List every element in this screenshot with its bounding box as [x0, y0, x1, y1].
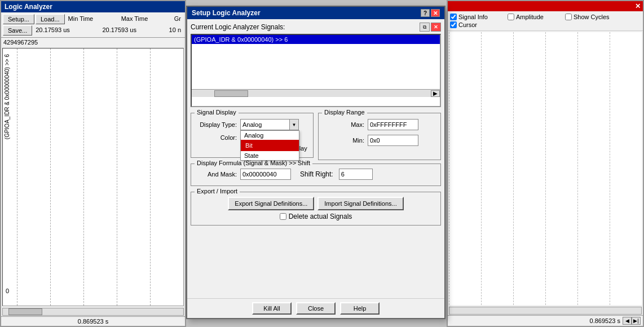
show-cycles-label: Show Cycles: [574, 14, 610, 20]
grid-value: 10 n: [167, 25, 183, 36]
display-type-select-wrapper: Analog ▼: [240, 119, 299, 130]
right-signal-area: [449, 32, 642, 305]
kill-all-button[interactable]: Kill All: [252, 302, 292, 315]
import-signal-definitions-button[interactable]: Import Signal Definitions...: [317, 197, 403, 210]
max-input[interactable]: [368, 119, 418, 130]
dialog-close-button[interactable]: ✕: [431, 9, 440, 17]
save-button[interactable]: Save...: [3, 25, 32, 36]
display-type-row: Display Type: Analog ▼ Analog Bit State: [195, 119, 310, 130]
scroll-right-arrow[interactable]: ▶: [431, 90, 440, 97]
dialog-action-buttons: Kill All Close Help: [187, 298, 444, 318]
min-label: Min:: [322, 137, 364, 144]
amplitude-checkbox[interactable]: [508, 14, 514, 20]
logic-analyzer-panel: Logic Analyzer Setup... Load... Min Time…: [0, 0, 186, 327]
max-label: Max:: [322, 121, 364, 128]
right-panel-close-button[interactable]: ✕: [635, 2, 641, 10]
color-label: Color:: [195, 134, 237, 141]
max-time-value: 20.17593 us: [100, 25, 165, 36]
left-panel-title: Logic Analyzer: [5, 3, 52, 11]
right-dashed-3: [513, 32, 545, 305]
right-dashed-5: [577, 32, 610, 305]
option-bit[interactable]: Bit: [241, 140, 299, 151]
signal-info-checkbox-item: Signal Info: [450, 14, 506, 20]
signal-id-row: 4294967295: [1, 38, 185, 47]
signals-close-icon[interactable]: ✕: [431, 23, 441, 32]
load-button[interactable]: Load...: [36, 14, 65, 24]
right-nav-buttons: ◀ ▶|: [623, 317, 641, 325]
option-analog[interactable]: Analog: [241, 131, 299, 140]
option-state[interactable]: State: [241, 151, 299, 160]
display-range-group: Display Range Max: Min:: [318, 113, 441, 160]
display-type-label: Display Type:: [195, 121, 237, 128]
left-signal-area: (GPIOA_IDR & 0x00000040) >> 6 0: [2, 48, 184, 306]
amplitude-checkbox-item: Amplitude: [508, 14, 564, 20]
dialog-minimize-button[interactable]: ?: [421, 9, 430, 17]
nav-prev-button[interactable]: ◀: [623, 317, 632, 325]
signals-listbox[interactable]: (GPIOA_IDR & 0x00000040) >> 6 ▶: [191, 34, 441, 107]
and-mask-label: And Mask:: [195, 171, 237, 178]
dialog-title-bar: Setup Logic Analyzer ? ✕: [187, 7, 444, 19]
show-cycles-checkbox[interactable]: [565, 14, 572, 20]
max-time-label: Max Time: [119, 14, 171, 24]
signal-info-checkbox[interactable]: [450, 14, 457, 20]
grid-label: Gr: [172, 14, 183, 24]
display-type-arrow[interactable]: ▼: [290, 119, 299, 130]
signals-list-icons: ⧉ ✕: [420, 23, 441, 32]
min-input[interactable]: [368, 135, 418, 146]
dashed-line-4: [117, 48, 150, 306]
help-button[interactable]: Help: [340, 302, 380, 315]
close-dialog-button[interactable]: Close: [296, 302, 336, 315]
dashed-line-5: [150, 48, 183, 306]
listbox-scrollbar[interactable]: ▶: [192, 89, 440, 97]
signals-copy-icon[interactable]: ⧉: [420, 23, 430, 32]
setup-button[interactable]: Setup...: [3, 14, 34, 24]
current-signals-label: Current Logic Analyzer Signals:: [191, 23, 285, 31]
dashed-line-3: [83, 48, 117, 306]
right-scrollbar[interactable]: [449, 307, 642, 315]
signal-display-range-row: Signal Display Display Type: Analog ▼ An…: [191, 111, 441, 158]
dialog-content: Current Logic Analyzer Signals: ⧉ ✕ (GPI…: [187, 19, 444, 298]
signal-id-value: 4294967295: [3, 39, 38, 46]
cursor-checkbox[interactable]: [450, 21, 457, 28]
delete-signals-checkbox[interactable]: [280, 213, 286, 220]
export-import-group: Export / Import Export Signal Definition…: [191, 192, 441, 226]
right-dashed-4: [545, 32, 577, 305]
signal-display-group: Signal Display Display Type: Analog ▼ An…: [191, 113, 314, 158]
export-signal-definitions-button[interactable]: Export Signal Definitions...: [228, 197, 314, 210]
display-type-select[interactable]: Analog: [240, 119, 290, 130]
formula-row: And Mask: Shift Right:: [195, 169, 437, 180]
signal-info-label: Signal Info: [458, 14, 488, 20]
left-panel-title-bar: Logic Analyzer: [1, 1, 185, 12]
dashed-line-1: [17, 48, 50, 306]
max-row: Max:: [322, 119, 437, 130]
left-time-bar: 0.869523 s: [1, 316, 185, 326]
display-type-popup: Analog Bit State: [240, 130, 299, 161]
and-mask-input[interactable]: [240, 169, 291, 180]
signal-display-col: Signal Display Display Type: Analog ▼ An…: [191, 111, 314, 158]
display-type-dropdown-container: Analog ▼ Analog Bit State: [240, 119, 299, 130]
nav-next-button[interactable]: ▶|: [632, 317, 641, 325]
min-row: Min:: [322, 135, 437, 146]
signal-bottom-value: 0: [6, 288, 9, 294]
delete-row: Delete actual Signals: [195, 213, 437, 220]
left-scrollbar[interactable]: [2, 308, 184, 316]
dialog-title: Setup Logic Analyzer: [192, 9, 261, 17]
signal-label-vertical: (GPIOA_IDR & 0x00000040) >> 6: [4, 54, 10, 139]
right-dashed-1: [449, 32, 481, 305]
setup-dialog: Setup Logic Analyzer ? ✕ Current Logic A…: [186, 6, 445, 319]
cursor-label: Cursor: [458, 21, 477, 28]
signal-display-legend: Signal Display: [195, 109, 239, 116]
right-dashed-lines: [449, 32, 642, 305]
export-import-legend: Export / Import: [195, 188, 240, 195]
right-time-bar: 0.869523 s ◀ ▶|: [448, 315, 643, 326]
left-time-value: 0.869523 s: [78, 318, 108, 325]
right-toolbar: Signal Info Amplitude Show Cycles Cursor: [448, 11, 643, 31]
amplitude-label: Amplitude: [516, 14, 544, 20]
delete-signals-label: Delete actual Signals: [289, 213, 352, 220]
right-dashed-2: [481, 32, 513, 305]
display-range-legend: Display Range: [322, 109, 367, 116]
right-panel: ✕ Signal Info Amplitude Show Cycles Curs…: [447, 0, 644, 327]
signal-item-0[interactable]: (GPIOA_IDR & 0x00000040) >> 6: [192, 35, 440, 44]
left-dashed-lines: [17, 48, 183, 306]
shift-right-input[interactable]: [339, 169, 373, 180]
